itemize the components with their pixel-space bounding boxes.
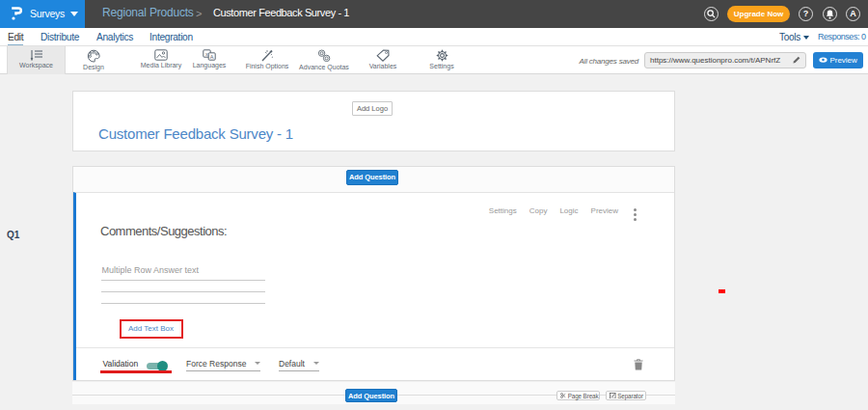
svg-text:A: A <box>210 54 214 60</box>
svg-text:x: x <box>205 51 208 57</box>
